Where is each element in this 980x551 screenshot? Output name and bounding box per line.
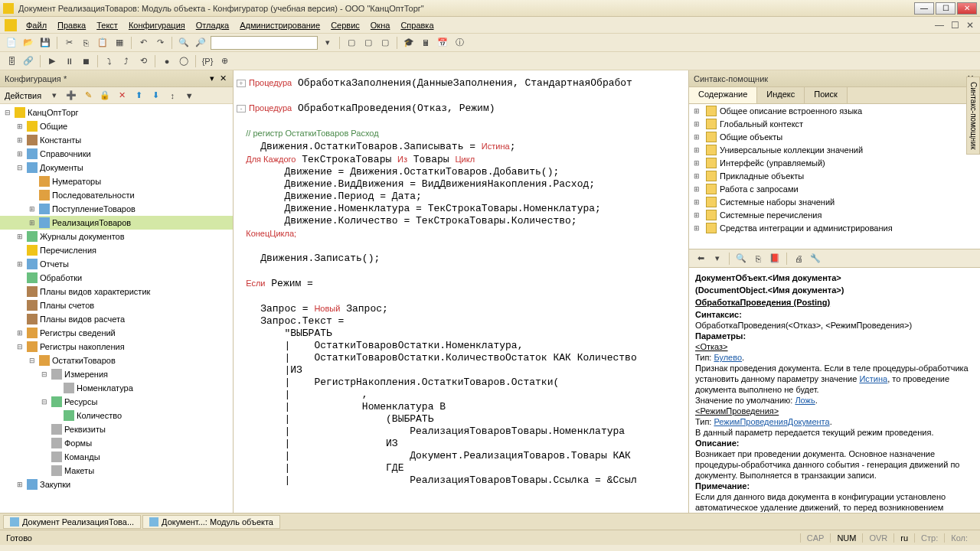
box2-icon[interactable]: ▢ bbox=[361, 36, 375, 50]
tree-node[interactable]: ⊞Отчеты bbox=[0, 257, 233, 271]
link-icon[interactable]: 🔗 bbox=[21, 54, 35, 68]
bp-icon[interactable]: ● bbox=[160, 54, 174, 68]
mdi-restore-icon[interactable]: ☐ bbox=[949, 20, 960, 31]
book-icon[interactable]: 📕 bbox=[768, 252, 782, 266]
box3-icon[interactable]: ▢ bbox=[378, 36, 392, 50]
step2-icon[interactable]: ⤴ bbox=[119, 54, 133, 68]
tree-node[interactable]: ⊞ПоступлениеТоваров bbox=[0, 202, 233, 216]
copy-icon[interactable]: ⎘ bbox=[79, 36, 93, 50]
menu-service[interactable]: Сервис bbox=[326, 19, 364, 31]
del-icon[interactable]: ✕ bbox=[115, 89, 129, 103]
bp3-icon[interactable]: ⊕ bbox=[217, 54, 231, 68]
tree-node[interactable]: Команды bbox=[0, 450, 233, 464]
menu-help[interactable]: Справка bbox=[396, 19, 438, 31]
funcs-icon[interactable]: {P} bbox=[201, 54, 214, 68]
tree-node[interactable]: Перечисления bbox=[0, 243, 233, 257]
code-editor[interactable]: +Процедура ОбработкаЗаполнения(ДанныеЗап… bbox=[234, 70, 689, 513]
dropdown-icon[interactable]: ▾ bbox=[321, 36, 335, 50]
tree-node[interactable]: Планы видов характеристик bbox=[0, 285, 233, 298]
fwd-icon[interactable]: ▾ bbox=[710, 252, 724, 266]
tree-node[interactable]: ⊟Ресурсы bbox=[0, 395, 233, 409]
doc-tab-1[interactable]: Документ РеализацияТова... bbox=[3, 515, 141, 529]
step-icon[interactable]: ⤵ bbox=[103, 54, 116, 68]
calc-icon[interactable]: 🖩 bbox=[419, 36, 433, 50]
mdi-minimize-icon[interactable]: — bbox=[934, 20, 945, 31]
menu-admin[interactable]: Администрирование bbox=[235, 19, 325, 31]
tree-node[interactable]: ⊟ОстаткиТоваров bbox=[0, 354, 233, 367]
syntax-tree-node[interactable]: ⊞Общее описание встроенного языка bbox=[689, 104, 980, 117]
stop-icon[interactable]: ⏹ bbox=[79, 54, 93, 68]
db-icon[interactable]: 🗄 bbox=[5, 54, 18, 68]
zoom-icon[interactable]: 🔎 bbox=[194, 36, 207, 50]
step3-icon[interactable]: ⟲ bbox=[136, 54, 150, 68]
tab-search[interactable]: Поиск bbox=[805, 87, 847, 103]
cut-icon[interactable]: ✂ bbox=[62, 36, 76, 50]
panel-pin-icon[interactable]: ▾ bbox=[207, 73, 217, 84]
actions-label[interactable]: Действия bbox=[5, 91, 41, 100]
edit-icon[interactable]: ✎ bbox=[81, 89, 95, 103]
new-icon[interactable]: 📄 bbox=[5, 36, 18, 50]
lock-icon[interactable]: 🔒 bbox=[98, 89, 112, 103]
close-button[interactable]: ✕ bbox=[957, 2, 977, 15]
up-icon[interactable]: ⬆ bbox=[132, 89, 145, 103]
tree-node[interactable]: Номенклатура bbox=[0, 381, 233, 395]
mdi-close-icon[interactable]: ✕ bbox=[965, 20, 975, 31]
bp2-icon[interactable]: ◯ bbox=[177, 54, 191, 68]
pause-icon[interactable]: ⏸ bbox=[62, 54, 76, 68]
panel-close-icon[interactable]: ✕ bbox=[217, 73, 228, 84]
syntax-tree-node[interactable]: ⊞Глобальный контекст bbox=[689, 117, 980, 130]
info-icon[interactable]: ⓘ bbox=[452, 36, 466, 50]
open-icon[interactable]: 📂 bbox=[21, 36, 35, 50]
tree-node[interactable]: ⊞РеализацияТоваров bbox=[0, 216, 233, 230]
save-icon[interactable]: 💾 bbox=[38, 36, 52, 50]
play-icon[interactable]: ▶ bbox=[45, 54, 59, 68]
tree-node[interactable]: Планы видов расчета bbox=[0, 312, 233, 326]
tree-node[interactable]: ⊟Документы bbox=[0, 161, 233, 174]
box1-icon[interactable]: ▢ bbox=[345, 36, 358, 50]
syntax-tree-node[interactable]: ⊞Системные перечисления bbox=[689, 208, 980, 221]
print-icon[interactable]: 🖨 bbox=[792, 252, 805, 266]
toggle-icon[interactable]: ▦ bbox=[113, 36, 126, 50]
config-tree[interactable]: ⊟КанцОптТорг⊞Общие⊞Константы⊞Справочники… bbox=[0, 104, 233, 513]
sort-icon[interactable]: ↕ bbox=[165, 89, 179, 103]
cal-icon[interactable]: 📅 bbox=[436, 36, 449, 50]
link-mode[interactable]: РежимПроведенияДокумента bbox=[714, 417, 829, 426]
tree-node[interactable]: ⊞Журналы документов bbox=[0, 230, 233, 243]
tree-node[interactable]: ⊟Регистры накопления bbox=[0, 340, 233, 354]
search-input[interactable] bbox=[211, 36, 318, 50]
syntax-tree-node[interactable]: ⊞Работа с запросами bbox=[689, 182, 980, 195]
tree-node[interactable]: Макеты bbox=[0, 464, 233, 478]
status-lang[interactable]: ru bbox=[893, 533, 914, 543]
menu-text[interactable]: Текст bbox=[92, 19, 122, 31]
hat-icon[interactable]: 🎓 bbox=[402, 36, 416, 50]
tree-node[interactable]: Количество bbox=[0, 409, 233, 422]
menu-config[interactable]: Конфигурация bbox=[124, 19, 190, 31]
tree-node[interactable]: Реквизиты bbox=[0, 422, 233, 436]
tree-node[interactable]: Обработки bbox=[0, 271, 233, 285]
syntax-tree-node[interactable]: ⊞Универсальные коллекции значений bbox=[689, 143, 980, 156]
menu-debug[interactable]: Отладка bbox=[191, 19, 234, 31]
tree-node[interactable]: ⊞Закупки bbox=[0, 478, 233, 491]
tree-node[interactable]: ⊞Общие bbox=[0, 119, 233, 133]
tree-node[interactable]: Формы bbox=[0, 436, 233, 450]
syntax-tree-node[interactable]: ⊞Системные наборы значений bbox=[689, 195, 980, 208]
tree-node[interactable]: ⊞Константы bbox=[0, 133, 233, 147]
link-bool[interactable]: Булево bbox=[714, 353, 742, 362]
menu-file[interactable]: Файл bbox=[21, 19, 51, 31]
side-tab-syntax[interactable]: Синтакс-помощник bbox=[966, 77, 980, 155]
link-true[interactable]: Истина bbox=[859, 374, 887, 383]
tree-node[interactable]: ⊟КанцОптТорг bbox=[0, 106, 233, 119]
find2-icon[interactable]: 🔍 bbox=[734, 252, 748, 266]
tree-node[interactable]: ⊞Справочники bbox=[0, 147, 233, 161]
syntax-tree[interactable]: ⊞Общее описание встроенного языка⊞Глобал… bbox=[689, 104, 980, 249]
minimize-button[interactable]: — bbox=[914, 2, 934, 15]
tab-index[interactable]: Индекс bbox=[757, 87, 805, 103]
tree-node[interactable]: Нумераторы bbox=[0, 174, 233, 188]
back-icon[interactable]: ⬅ bbox=[694, 252, 707, 266]
tree-node[interactable]: Планы счетов bbox=[0, 298, 233, 312]
redo-icon[interactable]: ↷ bbox=[153, 36, 167, 50]
tool-icon[interactable]: 🔧 bbox=[808, 252, 822, 266]
paste-icon[interactable]: 📋 bbox=[96, 36, 109, 50]
doc-tab-2[interactable]: Документ...: Модуль объекта bbox=[142, 515, 280, 529]
dropdown-icon[interactable]: ▾ bbox=[47, 89, 61, 103]
